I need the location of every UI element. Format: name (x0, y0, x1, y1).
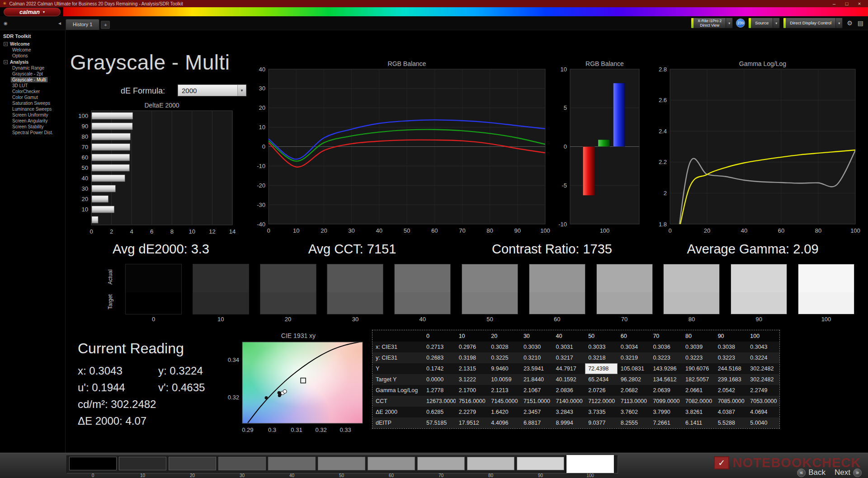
table-cell[interactable]: 0.3043 (747, 342, 779, 352)
display-control-button[interactable]: Direct Display Control ▾ (783, 18, 843, 28)
table-cell[interactable]: 182.5057 (682, 374, 715, 385)
table-cell[interactable]: 7140.0000 (553, 396, 585, 407)
gear-icon[interactable]: ⚙ (846, 19, 854, 27)
table-cell[interactable]: 302.2482 (747, 363, 779, 374)
pattern-level-70[interactable] (417, 457, 465, 470)
table-cell[interactable]: 7082.0000 (682, 396, 715, 407)
target-icon[interactable]: ◉ (4, 21, 8, 26)
table-cell[interactable]: 44.7917 (553, 363, 585, 374)
sidebar-item-saturation-sweeps[interactable]: Saturation Sweeps (0, 100, 65, 106)
table-cell[interactable]: 3.8261 (682, 407, 715, 417)
table-cell[interactable]: 3.7602 (618, 407, 650, 417)
table-cell[interactable]: 0.2976 (456, 342, 488, 352)
table-cell[interactable]: 5.5288 (715, 417, 747, 428)
pattern-level-80[interactable] (467, 457, 514, 470)
table-cell[interactable]: 2.0682 (618, 385, 650, 396)
pattern-level-100[interactable] (566, 455, 614, 473)
table-cell[interactable]: 8.2555 (618, 417, 650, 428)
table-cell[interactable]: 0.2713 (423, 342, 456, 352)
table-cell[interactable]: 57.5185 (423, 417, 456, 428)
table-cell[interactable]: 7085.0000 (715, 396, 747, 407)
table-cell[interactable]: 2.2749 (747, 385, 779, 396)
table-cell[interactable]: 0.2683 (423, 352, 456, 363)
table-cell[interactable]: 0.3223 (682, 352, 715, 363)
table-cell[interactable]: 0.3031 (553, 342, 585, 352)
table-cell[interactable]: 302.2482 (747, 374, 779, 385)
sidebar-item-screen-uniformity[interactable]: Screen Uniformity (0, 112, 65, 118)
table-cell[interactable]: 2.1315 (456, 363, 488, 374)
table-cell[interactable]: 9.0377 (585, 417, 618, 428)
table-cell[interactable]: 7122.0000 (585, 396, 618, 407)
add-tab-button[interactable]: + (101, 21, 110, 29)
table-cell[interactable]: 143.9286 (650, 363, 682, 374)
table-cell[interactable]: 7053.0000 (747, 396, 779, 407)
close-button[interactable]: × (854, 0, 865, 7)
table-cell[interactable]: 0.6285 (423, 407, 456, 417)
pattern-level-40[interactable] (268, 457, 316, 470)
table-cell[interactable]: 2.0836 (553, 385, 585, 396)
table-cell[interactable]: 0.3218 (585, 352, 618, 363)
table-cell[interactable]: 17.9512 (456, 417, 488, 428)
pattern-level-30[interactable] (218, 457, 266, 470)
sidebar-item-grayscale-2pt[interactable]: Grayscale - 2pt (0, 71, 65, 77)
table-cell[interactable]: 12673.0000 (423, 396, 456, 407)
table-cell[interactable]: 0.3036 (650, 342, 682, 352)
sidebar-item-3d-lut[interactable]: 3D LUT (0, 83, 65, 89)
sidebar-group-welcome[interactable]: −Welcome (0, 41, 65, 47)
de-formula-select[interactable]: 2000 ▼ (178, 84, 246, 96)
table-cell[interactable]: 72.4398 (585, 363, 618, 374)
table-cell[interactable]: 5.0040 (747, 417, 779, 428)
pattern-level-10[interactable] (119, 457, 166, 470)
table-cell[interactable]: 4.0694 (747, 407, 779, 417)
table-cell[interactable]: 3.7335 (585, 407, 618, 417)
table-cell[interactable]: 105.0831 (618, 363, 650, 374)
table-cell[interactable]: 2.2279 (456, 407, 488, 417)
table-cell[interactable]: 134.5612 (650, 374, 682, 385)
pattern-level-0[interactable] (69, 457, 117, 470)
sidebar-item-screen-stability[interactable]: Screen Stability (0, 124, 65, 130)
table-cell[interactable]: 10.0059 (488, 374, 520, 385)
panel-layout-icon[interactable]: ▤ (857, 19, 864, 27)
table-cell[interactable]: 3.7990 (650, 407, 682, 417)
tab-history-1[interactable]: History 1 (66, 19, 99, 30)
source-button[interactable]: Source ▾ (748, 18, 780, 28)
table-cell[interactable]: 0.3039 (682, 342, 715, 352)
sidebar-item-luminance-sweeps[interactable]: Luminance Sweeps (0, 106, 65, 112)
table-cell[interactable]: 7145.0000 (488, 396, 520, 407)
table-cell[interactable]: 7151.0000 (520, 396, 553, 407)
table-cell[interactable]: 0.3033 (585, 342, 618, 352)
table-cell[interactable]: 2.1213 (488, 385, 520, 396)
meter-button[interactable]: X-Rite i1Pro 2 Direct View ▾ (691, 18, 733, 28)
sidebar-item-welcome[interactable]: Welcome (0, 47, 65, 53)
table-cell[interactable]: 0.1742 (423, 363, 456, 374)
table-cell[interactable]: 2.1700 (456, 385, 488, 396)
table-cell[interactable]: 6.1411 (682, 417, 715, 428)
chevron-down-icon[interactable]: ▾ (835, 18, 842, 28)
sidebar-item-options[interactable]: Options (0, 53, 65, 59)
table-cell[interactable]: 1.6420 (488, 407, 520, 417)
table-cell[interactable]: 190.6076 (682, 363, 715, 374)
calman-menu-button[interactable]: calman ▾ (4, 8, 61, 16)
collapse-sidebar-icon[interactable]: ◄ (57, 21, 62, 26)
sidebar-item-color-gamut[interactable]: Color Gamut (0, 94, 65, 100)
table-cell[interactable]: 244.5168 (715, 363, 747, 374)
table-cell[interactable]: 0.3219 (618, 352, 650, 363)
table-cell[interactable]: 2.0639 (650, 385, 682, 396)
pattern-level-60[interactable] (368, 457, 415, 470)
table-cell[interactable]: 2.0661 (682, 385, 715, 396)
table-cell[interactable]: 2.1067 (520, 385, 553, 396)
table-cell[interactable]: 0.3028 (488, 342, 520, 352)
table-cell[interactable]: 0.3223 (715, 352, 747, 363)
table-cell[interactable]: 2.0726 (585, 385, 618, 396)
back-button[interactable]: « Back (797, 468, 826, 477)
tree-collapse-icon[interactable]: − (4, 42, 8, 46)
table-cell[interactable]: 1.2778 (423, 385, 456, 396)
table-cell[interactable]: 2.0542 (715, 385, 747, 396)
table-cell[interactable]: 7099.0000 (650, 396, 682, 407)
table-cell[interactable]: 0.3223 (650, 352, 682, 363)
table-cell[interactable]: 21.8440 (520, 374, 553, 385)
chevron-down-icon[interactable]: ▾ (726, 18, 732, 28)
table-cell[interactable]: 0.3030 (520, 342, 553, 352)
table-cell[interactable]: 3.1222 (456, 374, 488, 385)
table-cell[interactable]: 2.3457 (520, 407, 553, 417)
